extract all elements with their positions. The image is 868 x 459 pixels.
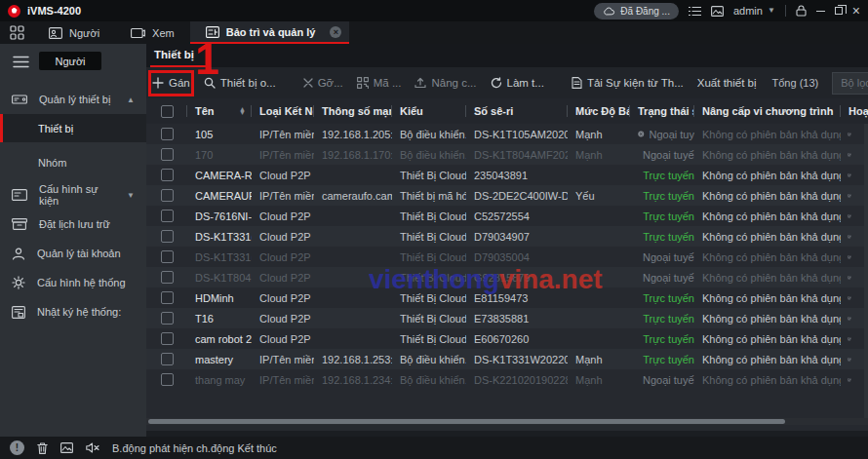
qr-code-button[interactable]: Mã ... [357,77,402,89]
refresh-button[interactable]: Làm t... [491,77,544,89]
column-header-status[interactable]: Trạng thái s... [630,98,694,124]
sidebar-item-group[interactable]: Nhóm [0,148,146,176]
row-checkbox[interactable] [161,250,174,263]
row-checkbox[interactable] [161,373,174,386]
network-parameters [314,165,392,185]
select-all-checkbox[interactable] [161,105,174,118]
mute-speaker-icon[interactable] [86,442,99,453]
row-checkbox[interactable] [161,210,174,222]
tab-view[interactable]: Xem [115,21,190,44]
table-row[interactable]: 105 IP/Tên miền 192.168.1.205:8000 Bộ đi… [146,124,868,144]
edit-icon[interactable] [848,148,851,162]
status-cell: Trực tuyến [630,308,694,328]
scrollbar-thumb[interactable] [148,419,785,424]
edit-icon[interactable] [848,332,851,346]
hamburger-menu-icon[interactable] [13,56,29,68]
edit-icon[interactable] [848,230,851,244]
table-row[interactable]: DS-7616NI-K... Cloud P2P Thiết Bị Cloud.… [146,206,868,226]
lock-icon[interactable] [796,5,807,17]
edit-icon[interactable] [848,353,851,366]
row-checkbox[interactable] [161,128,174,140]
tab-people[interactable]: Người [33,21,115,44]
column-header-connection[interactable]: Loại Kết Nối [252,98,314,124]
tab-close-icon[interactable]: × [330,26,341,38]
table-rows: 105 IP/Tên miền 192.168.1.205:8000 Bộ đi… [146,124,868,390]
table-row[interactable]: CAMERAUFO IP/Tên miền cameraufo.camer...… [146,185,868,206]
column-header-network[interactable]: Thông số mạng [314,98,392,124]
row-checkbox[interactable] [161,312,174,325]
edit-icon[interactable] [848,189,851,203]
main-tab-bar: Người Xem Bảo trì và quản lý × [0,21,868,44]
row-checkbox[interactable] [161,291,174,304]
edit-icon[interactable] [848,210,851,223]
subtab-device[interactable]: Thiết bị [150,49,210,67]
serial-number: E60670260 [466,328,568,349]
column-header-type[interactable]: Kiểu [392,98,466,124]
column-header-upgrade[interactable]: Nâng cấp vi chương trình [694,98,841,124]
row-checkbox[interactable] [161,230,174,243]
upgrade-button[interactable]: Nâng c... [414,77,476,89]
table-row[interactable]: T16 Cloud P2P Thiết Bị Cloud... E7383588… [146,308,868,328]
column-header-name[interactable]: Tên▲▼ [187,98,252,124]
edit-icon[interactable] [848,291,851,305]
table-row[interactable]: 170 IP/Tên miền 192.168.1.170:8000 Bộ đi… [146,144,868,165]
apps-grid-icon [10,25,24,40]
close-button[interactable]: × [852,4,860,18]
user-menu[interactable]: admin ▼ [733,6,775,17]
device-name: mastery [187,349,252,369]
table-row[interactable]: cam robot 2 Cloud P2P Thiết Bị Cloud... … [146,328,868,349]
horizontal-scrollbar[interactable] [146,418,868,425]
image-viewer-icon[interactable] [711,6,724,17]
sort-icon[interactable]: ▲▼ [239,107,246,115]
apps-grid-button[interactable] [0,21,33,44]
sidebar-item-device-management[interactable]: Quản lý thiết bị ▲ [0,85,146,114]
title-bar: iVMS-4200 Đã Đăng ... admin ▼ × [0,0,868,21]
device-type: Thiết Bị Cloud... [392,308,466,328]
serial-number: DS-2DE2C400IW-DE/W20210... [466,185,568,206]
sidebar-item-account-management[interactable]: Quản lý tài khoản [0,239,146,268]
row-checkbox[interactable] [161,353,174,365]
sidebar-item-system-log[interactable]: Nhật ký hệ thống: [0,297,146,326]
export-device-button[interactable]: Xuất thiết bị [697,77,757,89]
edit-icon[interactable] [848,271,851,285]
sidebar-item-event-config[interactable]: Cấu hình sự kiện ▼ [0,180,146,210]
row-checkbox[interactable] [161,271,174,284]
row-checkbox[interactable] [161,189,174,202]
table-row[interactable]: DS-K1T331(D... Cloud P2P Thiết Bị Cloud.… [146,247,868,267]
task-list-icon[interactable] [689,6,701,17]
row-checkbox[interactable] [161,332,174,345]
vertical-scrollbar[interactable] [864,124,868,418]
firmware-upgrade-status: Không có phiên bản khả dụng [694,328,841,349]
column-header-operation[interactable]: Hoạt độ [841,98,868,124]
table-row[interactable]: mastery IP/Tên miền 192.168.1.253:8000 B… [146,349,868,369]
edit-icon[interactable] [848,250,851,264]
column-header-security[interactable]: Mức Độ Bảo ... [568,98,630,124]
table-row[interactable]: CAMERA-RO... Cloud P2P Thiết Bị Cloud...… [146,165,868,185]
restore-button[interactable] [835,7,843,15]
online-device-button[interactable]: Thiết bị o... [204,77,276,89]
get-events-button[interactable]: Tải Sự kiện từ Th... [572,77,684,89]
trash-icon[interactable] [37,442,48,454]
sidebar-item-system-config[interactable]: Cấu hình hệ thống [0,268,146,297]
edit-icon[interactable] [848,312,851,325]
sidebar-item-storage-schedule[interactable]: Đặt lịch lưu trữ [0,210,146,239]
column-header-serial[interactable]: Số sê-ri [466,98,568,124]
table-row[interactable]: thang may IP/Tên miền 192.168.1.234:8000… [146,369,868,390]
alarm-warning-icon[interactable]: ! [10,440,24,455]
login-status-button[interactable]: Đã Đăng ... [594,3,679,19]
minimize-button[interactable] [816,11,825,12]
add-device-button[interactable]: Gán [152,77,190,89]
sidebar-item-device[interactable]: Thiết bị [0,114,146,142]
tab-maintenance[interactable]: Bảo trì và quản lý × [190,21,350,44]
row-checkbox[interactable] [161,148,174,161]
delete-button[interactable]: Gỡ... [303,77,343,89]
table-row[interactable]: DS-K1T331(D... Cloud P2P Thiết Bị Cloud.… [146,226,868,247]
image-icon[interactable] [60,442,73,453]
row-checkbox[interactable] [161,169,174,181]
edit-icon[interactable] [848,169,851,182]
filter-input[interactable] [832,72,868,95]
edit-icon[interactable] [848,128,851,141]
table-row[interactable]: DS-K1T804BMF Cloud P2P Thiết Bị Cloud...… [146,267,868,287]
table-row[interactable]: HDMinh Cloud P2P Thiết Bị Cloud... E8115… [146,287,868,308]
edit-icon[interactable] [848,373,851,387]
